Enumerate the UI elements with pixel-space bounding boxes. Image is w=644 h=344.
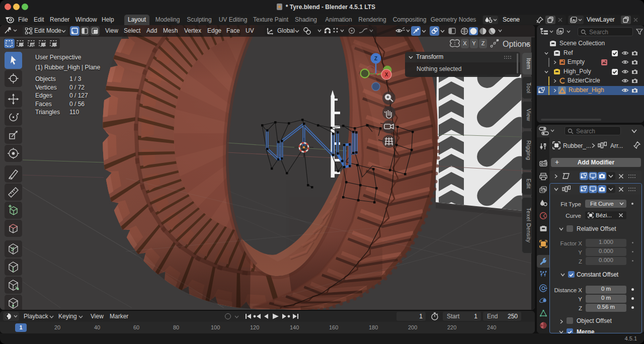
svg-text:X: X (385, 72, 388, 77)
svg-text:Z: Z (374, 56, 377, 61)
